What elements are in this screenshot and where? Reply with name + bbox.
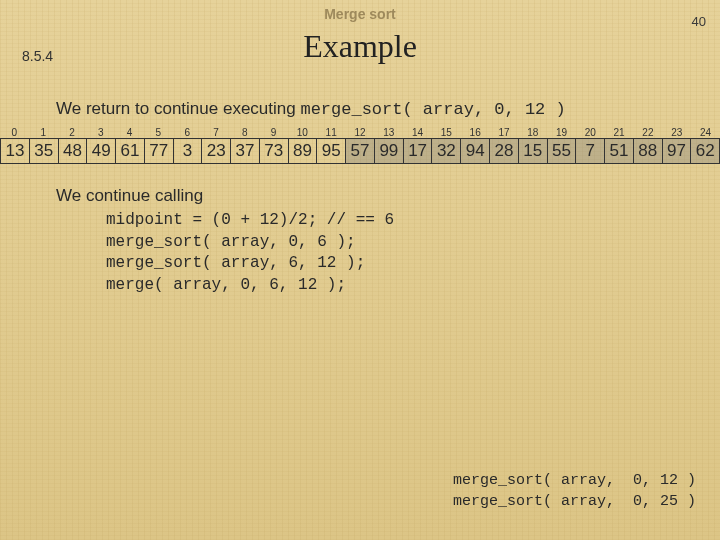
array-cell: 49: [86, 139, 115, 163]
array-cell: 28: [489, 139, 518, 163]
array-row: 1335484961773233773899557991732942815557…: [0, 138, 720, 164]
array-cell: 61: [115, 139, 144, 163]
index-cell: 24: [691, 127, 720, 138]
array-cell: 99: [374, 139, 403, 163]
callstack: merge_sort( array, 0, 12 ) merge_sort( a…: [453, 470, 696, 512]
index-cell: 17: [490, 127, 519, 138]
index-cell: 22: [634, 127, 663, 138]
array-cell: 35: [29, 139, 58, 163]
array-cell: 3: [173, 139, 202, 163]
index-cell: 8: [230, 127, 259, 138]
index-cell: 9: [259, 127, 288, 138]
array-cell: 23: [201, 139, 230, 163]
array-cell: 51: [604, 139, 633, 163]
array-cell: 13: [0, 139, 29, 163]
index-cell: 5: [144, 127, 173, 138]
index-cell: 1: [29, 127, 58, 138]
array-cell: 95: [316, 139, 345, 163]
index-cell: 19: [547, 127, 576, 138]
page-title: Example: [0, 28, 720, 65]
array-cell: 32: [431, 139, 460, 163]
array-cell: 7: [575, 139, 604, 163]
index-cell: 15: [432, 127, 461, 138]
array-cell: 97: [662, 139, 691, 163]
index-cell: 7: [202, 127, 231, 138]
index-cell: 12: [346, 127, 375, 138]
index-cell: 2: [58, 127, 87, 138]
intro-code: merge_sort( array, 0, 12 ): [300, 100, 565, 119]
array-cell: 57: [345, 139, 374, 163]
index-cell: 11: [317, 127, 346, 138]
array-cell: 62: [690, 139, 720, 163]
index-cell: 20: [576, 127, 605, 138]
intro-prefix: We return to continue executing: [56, 99, 300, 118]
continue-block: We continue calling midpoint = (0 + 12)/…: [56, 186, 720, 296]
array-cell: 89: [288, 139, 317, 163]
index-row: 0123456789101112131415161718192021222324: [0, 127, 720, 138]
index-cell: 14: [403, 127, 432, 138]
array-cell: 94: [460, 139, 489, 163]
index-cell: 4: [115, 127, 144, 138]
array-cell: 73: [259, 139, 288, 163]
intro-line: We return to continue executing merge_so…: [56, 99, 720, 119]
array-cell: 15: [518, 139, 547, 163]
array-cell: 37: [230, 139, 259, 163]
continue-lead: We continue calling: [56, 186, 720, 206]
index-cell: 16: [461, 127, 490, 138]
array-cell: 88: [633, 139, 662, 163]
page-number: 40: [692, 14, 706, 29]
index-cell: 3: [86, 127, 115, 138]
code-block: midpoint = (0 + 12)/2; // == 6 merge_sor…: [106, 210, 720, 296]
index-cell: 13: [374, 127, 403, 138]
index-cell: 21: [605, 127, 634, 138]
array-cell: 17: [403, 139, 432, 163]
topbar-label: Merge sort: [0, 0, 720, 22]
array-cell: 55: [547, 139, 576, 163]
index-cell: 6: [173, 127, 202, 138]
index-cell: 23: [662, 127, 691, 138]
index-cell: 0: [0, 127, 29, 138]
section-number: 8.5.4: [22, 48, 53, 64]
index-cell: 18: [518, 127, 547, 138]
array-cell: 48: [58, 139, 87, 163]
array-cell: 77: [144, 139, 173, 163]
index-cell: 10: [288, 127, 317, 138]
